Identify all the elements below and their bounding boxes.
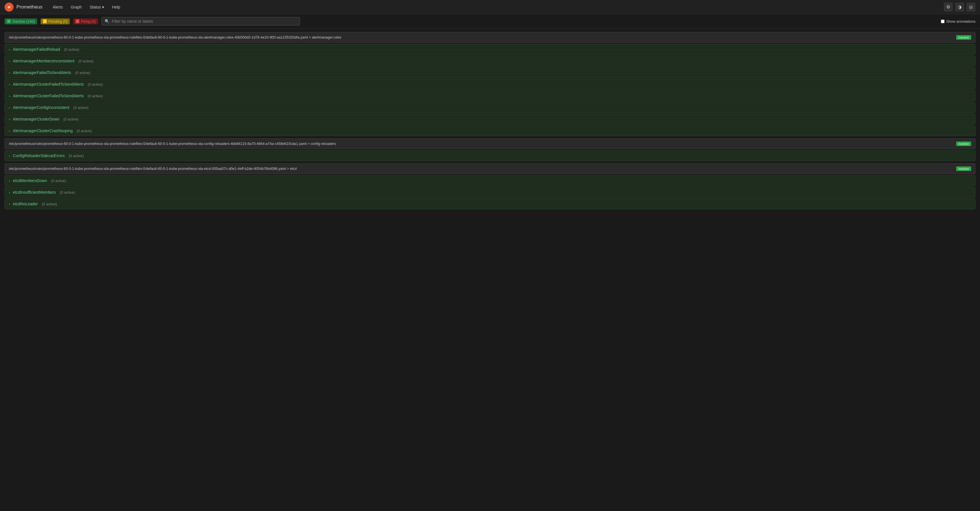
- firing-checkbox[interactable]: ✓: [75, 19, 80, 23]
- nav-help[interactable]: Help: [108, 3, 124, 11]
- alerts-content: /etc/prometheus/rules/prometheus-60-0-1-…: [0, 29, 980, 213]
- alert-row-2-1[interactable]: ›etcdInsufficientMembers(0 active): [5, 187, 975, 197]
- nav-status[interactable]: Status ▾: [86, 3, 107, 11]
- alert-row-2-2[interactable]: ›etcdNoLeader(0 active): [5, 199, 975, 209]
- chevron-right-icon: ›: [9, 82, 10, 86]
- app-brand: Prometheus: [16, 4, 43, 10]
- alert-name-2-1: etcdInsufficientMembers: [13, 190, 56, 194]
- contrast-button[interactable]: ◎: [966, 3, 975, 12]
- chevron-right-icon: ›: [9, 129, 10, 133]
- alert-active-0-3: (0 active): [88, 82, 103, 86]
- chevron-right-icon: ›: [9, 117, 10, 121]
- rule-group-status-0: inactive: [956, 35, 971, 40]
- alert-name-0-3: AlertmanagerClusterFailedToSendAlerts: [13, 82, 84, 86]
- alert-active-0-6: (0 active): [64, 117, 78, 121]
- dropdown-chevron-icon: ▾: [102, 5, 104, 10]
- alert-active-0-4: (0 active): [88, 94, 103, 98]
- inactive-filter-badge[interactable]: ✓ Inactive (140): [5, 18, 37, 24]
- alert-name-0-4: AlertmanagerClusterFailedToSendAlerts: [13, 94, 84, 98]
- pending-checkbox[interactable]: ✓: [43, 19, 47, 23]
- alert-active-0-1: (0 active): [78, 59, 93, 63]
- svg-rect-2: [9, 6, 10, 8]
- nav-alerts[interactable]: Alerts: [49, 3, 66, 11]
- filter-bar: ✓ Inactive (140) ✓ Pending (0) ✓ Firing …: [0, 14, 980, 29]
- alert-row-0-5[interactable]: ›AlertmanagerConfigInconsistent(0 active…: [5, 102, 975, 113]
- show-annotations-toggle[interactable]: Show annotations: [941, 19, 975, 24]
- chevron-right-icon: ›: [9, 94, 10, 98]
- theme-button[interactable]: ◑: [955, 3, 964, 12]
- alert-name-1-0: ConfigReloaderSidecarErrors: [13, 153, 65, 158]
- alert-row-0-2[interactable]: ›AlertmanagerFailedToSendAlerts(0 active…: [5, 67, 975, 78]
- inactive-checkbox[interactable]: ✓: [7, 19, 11, 23]
- alert-active-2-2: (0 active): [42, 202, 57, 206]
- firing-label: Firing (4): [81, 19, 96, 24]
- alert-row-0-0[interactable]: ›AlertmanagerFailedReload(0 active): [5, 44, 975, 55]
- alert-row-0-4[interactable]: ›AlertmanagerClusterFailedToSendAlerts(0…: [5, 91, 975, 101]
- chevron-right-icon: ›: [9, 190, 10, 194]
- show-annotations-label: Show annotations: [946, 19, 975, 24]
- pending-filter-badge[interactable]: ✓ Pending (0): [41, 18, 70, 24]
- toolbar: ⚙ ◑ ◎: [944, 3, 975, 12]
- nav-graph[interactable]: Graph: [67, 3, 85, 11]
- alert-active-0-5: (0 active): [73, 105, 89, 110]
- alert-row-1-0[interactable]: ›ConfigReloaderSidecarErrors(0 active): [5, 150, 975, 161]
- firing-filter-badge[interactable]: ✓ Firing (4): [73, 18, 98, 24]
- alert-row-0-3[interactable]: ›AlertmanagerClusterFailedToSendAlerts(0…: [5, 79, 975, 90]
- svg-rect-3: [10, 6, 10, 8]
- chevron-right-icon: ›: [9, 105, 10, 110]
- alert-active-0-0: (0 active): [64, 47, 79, 52]
- search-input[interactable]: [112, 17, 297, 25]
- alert-name-0-7: AlertmanagerClusterCrashlooping: [13, 129, 73, 133]
- alert-row-0-6[interactable]: ›AlertmanagerClusterDown(0 active): [5, 114, 975, 124]
- alert-active-0-2: (0 active): [75, 71, 90, 75]
- alert-active-0-7: (0 active): [76, 129, 92, 133]
- chevron-right-icon: ›: [9, 202, 10, 206]
- alert-name-0-2: AlertmanagerFailedToSendAlerts: [13, 70, 71, 75]
- navbar: Prometheus Alerts Graph Status ▾ Help ⚙ …: [0, 0, 980, 14]
- rule-group-path-2: /etc/prometheus/rules/prometheus-60-0-1-…: [9, 167, 953, 171]
- alert-active-1-0: (0 active): [68, 154, 84, 158]
- nav-menu: Alerts Graph Status ▾ Help: [49, 3, 944, 11]
- app-logo: [5, 3, 14, 12]
- alert-name-2-2: etcdNoLeader: [13, 202, 38, 206]
- alert-active-2-0: (0 active): [51, 179, 66, 183]
- alert-row-0-7[interactable]: ›AlertmanagerClusterCrashlooping(0 activ…: [5, 125, 975, 136]
- alert-name-0-5: AlertmanagerConfigInconsistent: [13, 105, 69, 110]
- chevron-right-icon: ›: [9, 71, 10, 75]
- svg-rect-1: [8, 6, 8, 8]
- settings-button[interactable]: ⚙: [944, 3, 953, 12]
- show-annotations-checkbox[interactable]: [941, 19, 945, 23]
- alert-active-2-1: (0 active): [60, 190, 75, 194]
- alert-name-0-0: AlertmanagerFailedReload: [13, 47, 60, 52]
- search-icon: 🔍: [105, 19, 110, 24]
- rule-group-header-0[interactable]: /etc/prometheus/rules/prometheus-60-0-1-…: [5, 32, 975, 43]
- alert-name-0-6: AlertmanagerClusterDown: [13, 117, 59, 121]
- alert-name-2-0: etcdMembersDown: [13, 178, 47, 183]
- chevron-right-icon: ›: [9, 154, 10, 158]
- search-wrapper: 🔍: [102, 17, 300, 25]
- inactive-label: Inactive (140): [13, 19, 35, 24]
- alert-name-0-1: AlertmanagerMembersInconsistent: [13, 59, 74, 63]
- chevron-right-icon: ›: [9, 47, 10, 52]
- rule-group-header-1[interactable]: /etc/prometheus/rules/prometheus-60-0-1-…: [5, 138, 975, 149]
- chevron-right-icon: ›: [9, 179, 10, 183]
- rule-group-header-2[interactable]: /etc/prometheus/rules/prometheus-60-0-1-…: [5, 163, 975, 174]
- rule-group-path-0: /etc/prometheus/rules/prometheus-60-0-1-…: [9, 35, 953, 40]
- pending-label: Pending (0): [48, 19, 67, 24]
- rule-group-status-1: inactive: [956, 142, 971, 146]
- rule-group-status-2: inactive: [956, 166, 971, 171]
- alert-row-2-0[interactable]: ›etcdMembersDown(0 active): [5, 175, 975, 186]
- rule-group-path-1: /etc/prometheus/rules/prometheus-60-0-1-…: [9, 142, 953, 146]
- alert-row-0-1[interactable]: ›AlertmanagerMembersInconsistent(0 activ…: [5, 56, 975, 66]
- chevron-right-icon: ›: [9, 59, 10, 63]
